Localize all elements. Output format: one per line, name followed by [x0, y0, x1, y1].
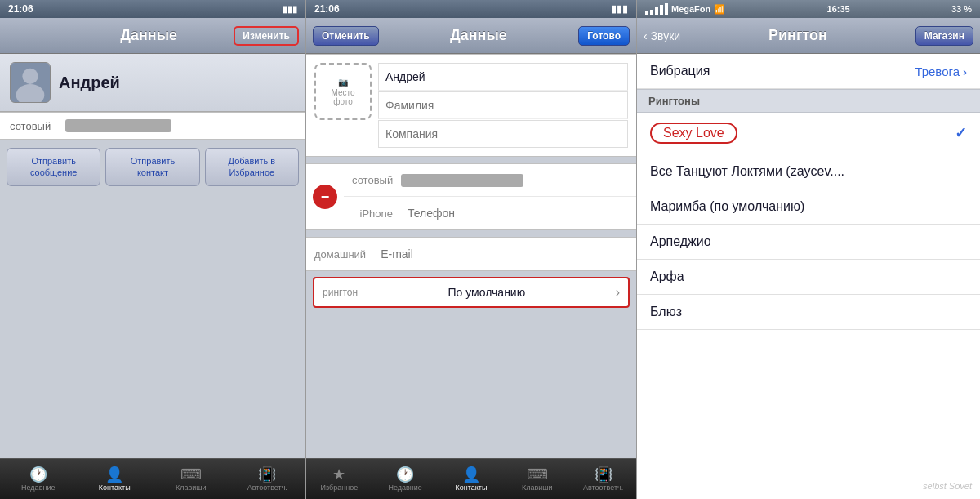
favorites-label-2: Избранное [321, 483, 359, 492]
tab-recent-2[interactable]: 🕐 Недавние [372, 459, 439, 499]
phone-value-blurred-2 [401, 174, 523, 187]
ringtone-item-arfa[interactable]: Арфа [637, 260, 980, 295]
wifi-icon: 📶 [714, 4, 725, 15]
nav-bar-3: ‹ Звуки Рингтон Магазин [637, 18, 980, 54]
ringtone-label: рингтон [323, 287, 358, 298]
tab-voicemail-2[interactable]: 📳 Автоответч. [570, 459, 636, 499]
ringtone-item-marimba[interactable]: Маримба (по умолчанию) [637, 189, 980, 225]
ringtones-section-header: Рингтоны [637, 89, 980, 113]
voicemail-icon-1: 📳 [258, 467, 276, 482]
ringtone-name-arpegio: Арпеджио [650, 234, 711, 249]
phone-label: сотовый [10, 120, 59, 132]
panel-ringtone-inner: MegaFon 📶 16:35 33 % ‹ Звуки Рингтон Маг… [637, 0, 980, 499]
recent-label-1: Недавние [21, 483, 55, 492]
ringtone-name-blues: Блюз [650, 305, 682, 319]
photo-name-section: 📷 Местофото [306, 54, 636, 157]
phone-fields: сотовый iPhone [344, 164, 636, 229]
add-favorites-button[interactable]: Добавить вИзбранное [205, 148, 299, 186]
status-bar-3: MegaFon 📶 16:35 33 % [637, 0, 980, 18]
contacts-label-1: Контакты [99, 483, 131, 492]
tab-contacts-2[interactable]: 👤 Контакты [439, 459, 505, 499]
ringtone-row[interactable]: рингтон По умолчанию › [313, 277, 630, 308]
back-to-sounds-button[interactable]: ‹ Звуки [644, 29, 680, 42]
name-fields [378, 63, 628, 148]
company-input[interactable] [378, 120, 628, 148]
email-row: домашний [306, 238, 636, 270]
phone-row: сотовый [0, 112, 305, 140]
photo-placeholder[interactable]: 📷 Местофото [314, 63, 372, 120]
carrier-name: MegaFon [671, 4, 710, 14]
signal-bar-1 [645, 11, 648, 15]
contact-name: Андрей [59, 74, 120, 92]
keypad-label-2: Клавиши [522, 483, 553, 492]
photo-placeholder-icon: 📷 [338, 78, 348, 87]
tab-contacts-1[interactable]: 👤 Контакты [77, 459, 154, 499]
shop-button[interactable]: Магазин [915, 26, 973, 46]
selected-checkmark-icon: ✓ [955, 124, 967, 142]
avatar [10, 62, 51, 103]
tab-keypad-2[interactable]: ⌨ Клавиши [504, 459, 570, 499]
ringtone-name-vse-tantsuyut: Все Танцуют Локтями (zaycev.... [650, 164, 844, 179]
tab-favorites-2[interactable]: ★ Избранное [306, 459, 372, 499]
recent-icon-1: 🕐 [29, 467, 47, 482]
send-contact-button[interactable]: Отправитьконтакт [105, 148, 199, 186]
email-label: домашний [306, 248, 374, 261]
surname-input[interactable] [378, 91, 628, 119]
iphone-phone-input[interactable] [401, 200, 636, 226]
status-icons-1: ▮▮▮ [283, 4, 297, 15]
signal-bar-4 [660, 5, 663, 15]
nav-title-2: Данные [450, 27, 507, 44]
ringtone-item-blues[interactable]: Блюз [637, 295, 980, 330]
remove-phone-button[interactable]: − [313, 185, 337, 209]
time-3: 16:35 [827, 4, 850, 14]
email-section: домашний [306, 237, 636, 271]
ringtone-item-sexy-love[interactable]: Sexy Love ✓ [637, 113, 980, 154]
phone-section: − сотовый iPhone [306, 163, 636, 230]
keypad-icon-2: ⌨ [527, 467, 548, 482]
vibration-value-group: Тревога › [915, 65, 967, 78]
send-message-button[interactable]: Отправитьсообщение [7, 148, 100, 186]
signal-bar-5 [665, 3, 668, 15]
contacts-icon-2: 👤 [462, 467, 480, 482]
signal-bar-2 [650, 10, 653, 15]
nav-bar-2: Отменить Данные Готово [306, 18, 636, 54]
tab-keypad-1[interactable]: ⌨ Клавиши [153, 459, 229, 499]
svg-point-1 [22, 69, 38, 84]
tab-bar-2: ★ Избранное 🕐 Недавние 👤 Контакты ⌨ Клав… [306, 458, 636, 499]
iphone-label: iPhone [344, 207, 401, 220]
tab-voicemail-1[interactable]: 📳 Автоответч. [229, 459, 306, 499]
done-button[interactable]: Готово [578, 26, 630, 46]
ringtone-item-arpegio[interactable]: Арпеджио [637, 225, 980, 260]
ringtone-item-vse-tantsuyut[interactable]: Все Танцуют Локтями (zaycev.... [637, 154, 980, 189]
ringtone-list: Sexy Love ✓ Все Танцуют Локтями (zaycev.… [637, 113, 980, 499]
nav-title-3: Рингтон [768, 27, 827, 44]
nav-bar-1: Данные Изменить [0, 18, 305, 54]
keypad-label-1: Клавиши [176, 483, 207, 492]
status-bar-2: 21:06 ▮▮▮ [306, 0, 636, 18]
tab-recent-1[interactable]: 🕐 Недавние [0, 459, 77, 499]
edit-button[interactable]: Изменить [234, 26, 299, 46]
contacts-icon-1: 👤 [105, 467, 123, 482]
ringtone-name-marimba: Маримба (по умолчанию) [650, 199, 804, 214]
contacts-label-2: Контакты [456, 483, 488, 492]
vibration-value: Тревога [915, 65, 960, 78]
cancel-button[interactable]: Отменить [313, 26, 379, 46]
watermark: selbst Sovet [923, 481, 972, 491]
photo-placeholder-label: Местофото [331, 88, 354, 106]
tab-bar-1: 🕐 Недавние 👤 Контакты ⌨ Клавиши 📳 Автоот… [0, 458, 305, 499]
first-name-input[interactable] [378, 63, 628, 91]
battery-level-3: 33 % [951, 4, 972, 14]
cellular-label: сотовый [344, 174, 401, 186]
vibration-row[interactable]: Вибрация Тревога › [637, 54, 980, 89]
nav-title-1: Данные [120, 27, 177, 44]
action-buttons: Отправитьсообщение Отправитьконтакт Доба… [0, 140, 305, 194]
email-input[interactable] [374, 241, 636, 267]
time-2: 21:06 [314, 3, 340, 15]
ringtone-name-arfa: Арфа [650, 270, 684, 284]
ringtone-value: По умолчанию [448, 286, 526, 299]
recent-label-2: Недавние [389, 483, 422, 492]
voicemail-label-2: Автоответч. [583, 483, 623, 492]
ringtone-chevron-icon: › [616, 285, 620, 300]
time-1: 21:06 [8, 3, 33, 15]
battery-icon-2: ▮▮▮ [611, 3, 628, 15]
